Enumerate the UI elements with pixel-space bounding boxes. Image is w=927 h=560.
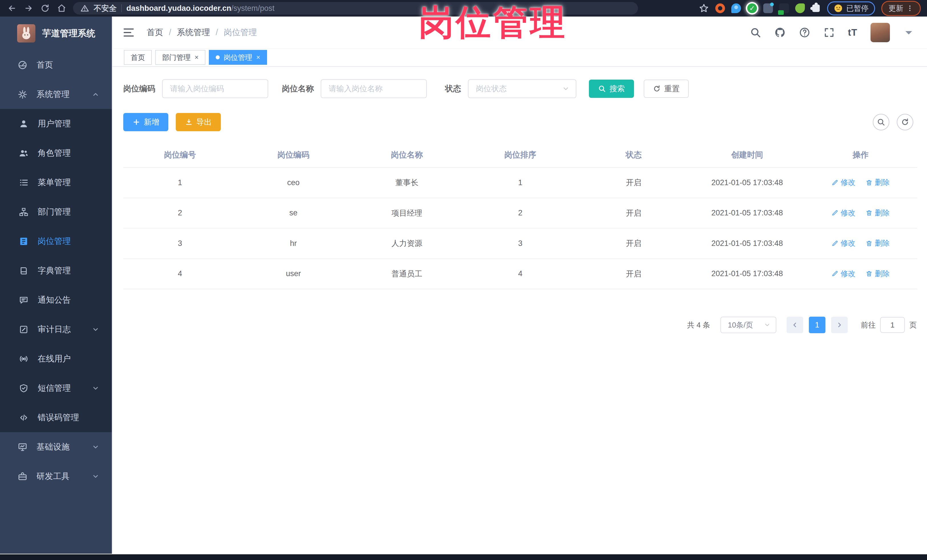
prev-page-button[interactable] [787,317,803,333]
search-button[interactable]: 搜索 [589,80,634,98]
browser-forward-button[interactable] [21,2,36,15]
bookmark-star-icon[interactable] [699,3,709,14]
status-label: 状态 [445,83,461,94]
avatar[interactable] [871,23,890,42]
refresh-table-button[interactable] [897,114,913,131]
sidebar-item-11[interactable]: 短信管理 [0,373,112,403]
delete-link[interactable]: 删除 [866,178,890,187]
chevron-down-icon[interactable] [903,27,915,38]
page-size-select[interactable]: 10条/页 [720,317,777,333]
cell-created: 2021-01-05 17:03:48 [690,198,804,229]
extension-gray-icon[interactable] [763,3,773,13]
sidebar-item-4[interactable]: 菜单管理 [0,168,112,197]
sidebar-item-6[interactable]: 岗位管理 [0,226,112,256]
sidebar-item-12[interactable]: 错误码管理 [0,403,112,432]
online-user-icon [19,354,29,364]
post-badge-icon [19,237,29,246]
tab-2[interactable]: 岗位管理× [209,50,267,65]
sidebar-item-1[interactable]: 系统管理 [0,80,112,109]
audit-log-icon [19,325,29,334]
edit-link[interactable]: 修改 [831,238,856,248]
extension-green-icon[interactable] [795,3,805,13]
search-icon[interactable] [750,27,761,38]
toggle-search-button[interactable] [873,114,889,131]
cell-status: 开启 [577,167,690,198]
goto-label: 前往 [861,320,875,330]
extension-orange-icon[interactable] [715,3,725,13]
sidebar-item-9[interactable]: 审计日志 [0,315,112,344]
help-icon[interactable] [799,27,810,38]
breadcrumb-home[interactable]: 首页 [147,27,163,38]
browser-toolbar-right: ✓ 已暂停 更新 [699,1,922,16]
sidebar-item-8[interactable]: 通知公告 [0,285,112,315]
kebab-menu-icon[interactable] [906,4,913,12]
cell-actions: 修改删除 [804,167,917,198]
chevron-down-icon [92,385,99,392]
font-size-icon[interactable]: tT [848,27,857,38]
post-code-input[interactable] [162,79,268,98]
main-area: 首页 / 系统管理 / 岗位管理 tT 首页部门管理×岗位管理× 岗位编码 [112,17,927,554]
omnibox-divider [121,4,122,12]
sidebar-item-2[interactable]: 用户管理 [0,109,112,138]
browser-reload-button[interactable] [38,2,53,15]
delete-link[interactable]: 删除 [866,238,890,248]
sidebar-item-13[interactable]: 基础设施 [0,432,112,461]
fullscreen-icon[interactable] [824,27,835,38]
edit-link[interactable]: 修改 [831,178,856,187]
chevron-up-icon [92,91,99,98]
sms-shield-icon [19,383,29,393]
edit-link[interactable]: 修改 [831,208,856,218]
logo-row[interactable]: 芋道管理系统 [0,17,112,50]
page-1-button[interactable]: 1 [809,317,825,333]
post-name-input[interactable] [321,79,427,98]
emoji-face-icon [834,4,843,13]
cell-id: 1 [123,167,237,198]
tab-1[interactable]: 部门管理× [155,50,205,65]
org-tree-icon [19,207,29,217]
arrow-left-icon [8,4,17,13]
update-button[interactable]: 更新 [881,1,921,16]
table-row: 1ceo董事长1开启2021-01-05 17:03:48修改删除 [123,167,917,198]
sidebar-item-10[interactable]: 在线用户 [0,344,112,373]
export-button[interactable]: 导出 [176,113,221,131]
cell-name: 普通员工 [350,259,464,289]
extension-badge-icon[interactable] [779,3,789,13]
hamburger-icon[interactable] [123,27,135,38]
cell-code: user [237,259,350,289]
sidebar-item-7[interactable]: 字典管理 [0,256,112,285]
security-label[interactable]: 不安全 [94,3,117,14]
goto-page-input[interactable] [880,317,905,333]
tab-0[interactable]: 首页 [124,50,152,65]
column-header-2: 岗位名称 [350,141,464,167]
download-icon [185,118,193,126]
status-select[interactable]: 岗位状态 [468,79,576,98]
breadcrumb-system[interactable]: 系统管理 [177,27,210,38]
extension-blue-icon[interactable] [731,3,741,13]
url-host: dashboard.yudao.iocoder.cn [126,4,231,12]
sidebar-item-3[interactable]: 角色管理 [0,138,112,168]
github-icon[interactable] [774,27,786,38]
delete-link[interactable]: 删除 [866,269,890,279]
extension-check-icon[interactable]: ✓ [747,3,757,13]
breadcrumb: 首页 / 系统管理 / 岗位管理 [147,27,257,38]
extensions-puzzle-icon[interactable] [812,5,820,12]
filter-row: 岗位编码 岗位名称 状态 岗位状态 搜索 重置 [123,79,917,98]
edit-link[interactable]: 修改 [831,269,856,279]
browser-home-button[interactable] [54,2,69,15]
column-header-1: 岗位编码 [237,141,350,167]
close-icon[interactable]: × [195,54,199,61]
paused-pill[interactable]: 已暂停 [827,2,875,15]
browser-back-button[interactable] [5,2,20,15]
sidebar-item-0[interactable]: 首页 [0,50,112,80]
cell-status: 开启 [577,259,690,289]
sidebar-item-14[interactable]: 研发工具 [0,461,112,491]
add-button[interactable]: 新增 [123,113,168,131]
next-page-button[interactable] [831,317,848,333]
column-header-4: 状态 [577,141,690,167]
reset-button[interactable]: 重置 [644,80,689,98]
sidebar-item-5[interactable]: 部门管理 [0,197,112,226]
delete-link[interactable]: 删除 [866,208,890,218]
close-icon[interactable]: × [256,54,260,61]
cell-actions: 修改删除 [804,198,917,229]
post-name-label: 岗位名称 [282,83,314,94]
